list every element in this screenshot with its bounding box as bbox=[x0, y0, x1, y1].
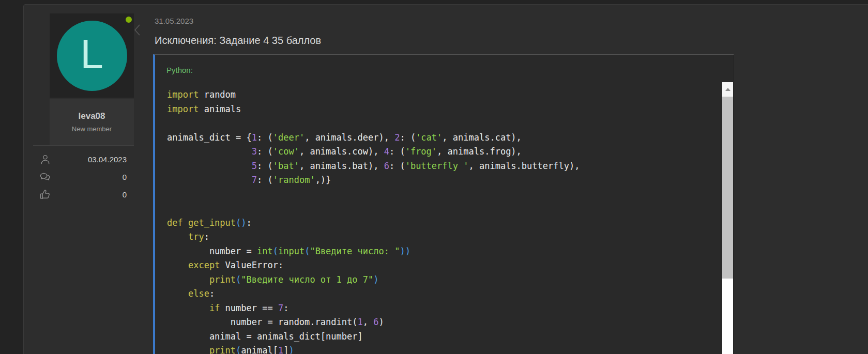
avatar[interactable]: L bbox=[50, 13, 134, 98]
user-divider bbox=[33, 145, 134, 146]
avatar-circle[interactable]: L bbox=[57, 21, 127, 91]
stat-value: 0 bbox=[123, 190, 127, 199]
code-line bbox=[167, 202, 722, 216]
message-arrow-icon bbox=[134, 24, 141, 36]
scrollbar-up-button[interactable] bbox=[722, 82, 733, 97]
user-icon bbox=[39, 153, 51, 165]
code-line: try: bbox=[167, 230, 722, 244]
user-stats: 03.04.202300 bbox=[33, 150, 127, 203]
scroll-up-arrow-icon bbox=[725, 88, 730, 91]
scrollbar-thumb[interactable] bbox=[722, 97, 733, 279]
code-line: print("Введите число от 1 до 7") bbox=[167, 273, 722, 287]
avatar-letter: L bbox=[80, 34, 103, 75]
post-card: L leva08 New member 03.04.202300 31.05.2… bbox=[23, 4, 868, 354]
code-line bbox=[167, 116, 722, 131]
code-line: def get_input(): bbox=[167, 216, 722, 230]
user-stat-row: 03.04.2023 bbox=[33, 150, 127, 168]
code-language-label: Python: bbox=[166, 66, 193, 74]
stat-value: 0 bbox=[123, 173, 127, 181]
user-stat-row: 0 bbox=[33, 186, 127, 203]
likes-icon bbox=[39, 189, 51, 201]
user-stat-row: 0 bbox=[33, 168, 127, 186]
code-line: 7: ('random',)} bbox=[167, 173, 722, 188]
code-line: import animals bbox=[167, 102, 722, 117]
code-line: number = int(input("Введите число: ")) bbox=[167, 244, 722, 259]
code-block: Python: import randomimport animalsanima… bbox=[153, 54, 734, 354]
messages-icon bbox=[39, 171, 51, 183]
code-lines[interactable]: import randomimport animalsanimals_dict … bbox=[155, 79, 722, 354]
online-status-dot bbox=[126, 17, 132, 23]
code-line: 3: ('cow', animals.cow), 4: ('frog', ani… bbox=[167, 145, 722, 159]
code-line: print(animal[1]) bbox=[167, 344, 722, 354]
code-line bbox=[167, 188, 722, 202]
user-info: leva08 New member bbox=[50, 99, 134, 145]
stat-value: 03.04.2023 bbox=[88, 155, 127, 164]
username-link[interactable]: leva08 bbox=[79, 111, 105, 121]
post-date[interactable]: 31.05.2023 bbox=[155, 17, 193, 25]
code-line: if number == 7: bbox=[167, 301, 722, 316]
code-line: 5: ('bat', animals.bat), 6: ('butterfly … bbox=[167, 159, 722, 174]
post-title: Исключения: Задание 4 35 баллов bbox=[155, 35, 321, 47]
code-line: else: bbox=[167, 287, 722, 301]
code-scrollbar[interactable] bbox=[722, 82, 733, 354]
code-line: animal = animals_dict[number] bbox=[167, 330, 722, 344]
user-role: New member bbox=[72, 125, 112, 133]
code-line: import random bbox=[167, 88, 722, 102]
code-line: animals_dict = {1: ('deer', animals.deer… bbox=[167, 131, 722, 145]
code-line: except ValueError: bbox=[167, 258, 722, 273]
code-line: number = random.randint(1, 6) bbox=[167, 315, 722, 330]
